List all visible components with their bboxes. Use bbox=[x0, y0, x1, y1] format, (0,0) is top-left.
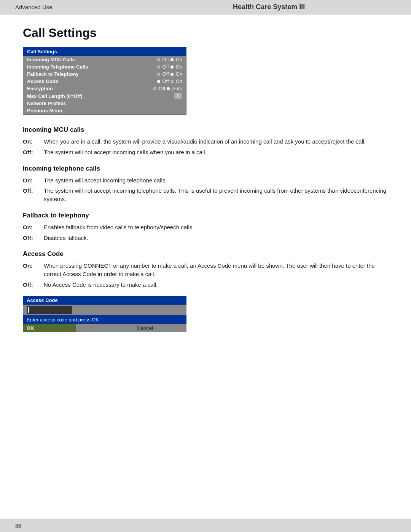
section-heading-incoming-tel: Incoming telephone calls bbox=[23, 165, 388, 173]
radio-on-mcu bbox=[170, 58, 174, 61]
menu-value-encryption: Off Auto bbox=[153, 86, 182, 91]
def-desc-mcu-on: When you are in a call, the system will … bbox=[44, 137, 388, 146]
radio-off-tel bbox=[157, 66, 160, 69]
def-term-fallback-on: On: bbox=[23, 223, 44, 232]
def-row-access-on: On: When pressing CONNECT or any number … bbox=[23, 262, 388, 278]
def-term-tel-on: On: bbox=[23, 176, 44, 185]
menu-label-incoming-tel: Incoming Telephone Calls bbox=[27, 64, 157, 70]
def-term-mcu-on: On: bbox=[23, 137, 44, 146]
menu-value-max-call-length: 0 bbox=[174, 93, 182, 99]
menu-row-incoming-mcu[interactable]: Incoming MCU Calls Off On bbox=[23, 56, 186, 63]
menu-title: Call Settings bbox=[23, 47, 186, 56]
radio-auto-encryption bbox=[167, 87, 170, 90]
page-title: Call Settings bbox=[23, 26, 388, 40]
menu-label-network-profiles: Network Profiles bbox=[27, 101, 182, 106]
ac-input-row bbox=[23, 305, 186, 315]
menu-row-max-call-length[interactable]: Max Call Length (0=Off) 0 bbox=[23, 92, 186, 100]
footer-bar: 86 bbox=[0, 519, 411, 532]
header-bar: Advanced Use Health Care System III bbox=[0, 0, 411, 14]
menu-value-incoming-tel: Off On bbox=[157, 64, 182, 70]
menu-label-encryption: Encryption bbox=[27, 86, 153, 91]
call-settings-menu: Call Settings Incoming MCU Calls Off On … bbox=[23, 47, 186, 115]
def-row-access-off: Off: No Access Code is necessary to make… bbox=[23, 281, 388, 289]
def-list-incoming-tel: On: The system will accept incoming tele… bbox=[23, 176, 388, 203]
def-row-mcu-off: Off: The system will not accept incoming… bbox=[23, 148, 388, 157]
ac-title: Access Code bbox=[23, 296, 186, 305]
def-row-tel-on: On: The system will accept incoming tele… bbox=[23, 176, 388, 185]
def-desc-access-off: No Access Code is necessary to make a ca… bbox=[44, 281, 388, 289]
menu-row-encryption[interactable]: Encryption Off Auto bbox=[23, 85, 186, 92]
def-term-tel-off: Off: bbox=[23, 187, 44, 203]
ac-buttons-row: OK Cancel bbox=[23, 324, 186, 332]
header-center: Health Care System III bbox=[142, 3, 396, 11]
menu-value-incoming-mcu: Off On bbox=[157, 57, 182, 62]
def-term-access-off: Off: bbox=[23, 281, 44, 289]
radio-off-fallback bbox=[157, 73, 160, 76]
max-call-length-input[interactable]: 0 bbox=[174, 93, 182, 99]
menu-row-fallback[interactable]: Fallback to Telephony Off On bbox=[23, 70, 186, 78]
def-row-fallback-off: Off: Disables fallback. bbox=[23, 234, 388, 242]
def-desc-tel-off: The system will not accept incoming tele… bbox=[44, 187, 388, 203]
menu-label-incoming-mcu: Incoming MCU Calls bbox=[27, 57, 157, 62]
section-heading-access-code: Access Code bbox=[23, 250, 388, 258]
menu-label-fallback: Fallback to Telephony bbox=[27, 71, 157, 77]
ac-input-field[interactable] bbox=[27, 306, 72, 314]
menu-label-access-code: Access Code bbox=[27, 78, 157, 84]
def-desc-fallback-off: Disables fallback. bbox=[44, 234, 388, 242]
menu-row-previous-menu[interactable]: Previous Menu bbox=[23, 107, 186, 114]
radio-on-access bbox=[170, 80, 174, 83]
access-code-dialog: Access Code Enter access code and press … bbox=[23, 296, 186, 332]
header-left: Advanced Use bbox=[15, 4, 142, 10]
main-content: Call Settings Call Settings Incoming MCU… bbox=[0, 14, 411, 355]
menu-value-fallback: Off On bbox=[157, 71, 182, 77]
section-heading-incoming-mcu: Incoming MCU calls bbox=[23, 126, 388, 134]
def-row-mcu-on: On: When you are in a call, the system w… bbox=[23, 137, 388, 146]
ac-cancel-button[interactable]: Cancel bbox=[133, 324, 186, 332]
radio-off-mcu bbox=[157, 58, 160, 61]
menu-label-max-call-length: Max Call Length (0=Off) bbox=[27, 93, 174, 99]
def-row-tel-off: Off: The system will not accept incoming… bbox=[23, 187, 388, 203]
page-number: 86 bbox=[15, 523, 21, 529]
menu-row-access-code[interactable]: Access Code Off On bbox=[23, 78, 186, 85]
ac-spacer bbox=[76, 327, 133, 329]
def-desc-access-on: When pressing CONNECT or any number to m… bbox=[44, 262, 388, 278]
menu-row-network-profiles[interactable]: Network Profiles bbox=[23, 100, 186, 107]
def-term-access-on: On: bbox=[23, 262, 44, 278]
section-heading-fallback: Fallback to telephony bbox=[23, 212, 388, 219]
ac-prompt: Enter access code and press OK bbox=[23, 315, 186, 324]
def-row-fallback-on: On: Enables fallback from video calls to… bbox=[23, 223, 388, 232]
def-list-access-code: On: When pressing CONNECT or any number … bbox=[23, 262, 388, 289]
menu-row-incoming-tel[interactable]: Incoming Telephone Calls Off On bbox=[23, 63, 186, 70]
radio-off-access bbox=[157, 80, 160, 83]
def-list-fallback: On: Enables fallback from video calls to… bbox=[23, 223, 388, 242]
ac-cursor bbox=[28, 307, 29, 313]
radio-on-fallback bbox=[170, 73, 174, 76]
ac-ok-button[interactable]: OK bbox=[23, 324, 76, 332]
def-term-fallback-off: Off: bbox=[23, 234, 44, 242]
radio-off-encryption bbox=[153, 87, 156, 90]
def-desc-mcu-off: The system will not accept incoming call… bbox=[44, 148, 388, 157]
def-desc-tel-on: The system will accept incoming telephon… bbox=[44, 176, 388, 185]
def-desc-fallback-on: Enables fallback from video calls to tel… bbox=[44, 223, 388, 232]
menu-label-previous-menu: Previous Menu bbox=[27, 108, 182, 113]
menu-value-access-code: Off On bbox=[157, 78, 182, 84]
radio-on-tel bbox=[170, 66, 174, 69]
def-term-mcu-off: Off: bbox=[23, 148, 44, 157]
def-list-incoming-mcu: On: When you are in a call, the system w… bbox=[23, 137, 388, 157]
